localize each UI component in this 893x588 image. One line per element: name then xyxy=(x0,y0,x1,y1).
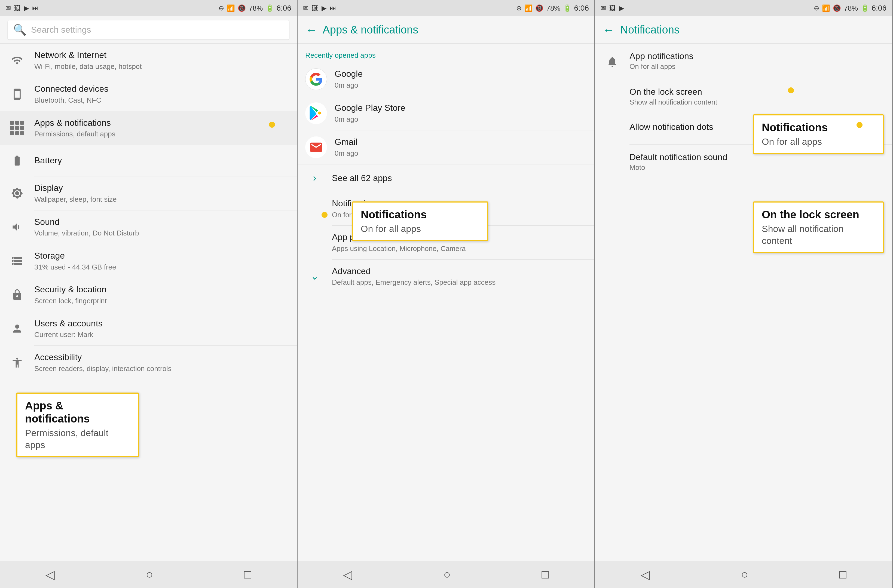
advanced-chevron-icon: ⌄ xyxy=(305,267,324,286)
notifications-toolbar: ← Notifications xyxy=(595,17,892,44)
signal-icon: 📵 xyxy=(238,5,246,12)
mail-icon-2: ✉ xyxy=(303,5,308,12)
volume-icon xyxy=(8,218,27,236)
dnd-icon-2: ⊖ xyxy=(516,5,522,12)
battery-percent-3: 78% xyxy=(844,4,858,12)
search-bar[interactable]: 🔍 Search settings xyxy=(8,20,289,39)
connected-devices-item[interactable]: Connected devices Bluetooth, Cast, NFC xyxy=(0,77,297,111)
recents-button-1[interactable]: □ xyxy=(233,563,262,585)
accessibility-icon xyxy=(8,353,27,372)
network-internet-item[interactable]: Network & Internet Wi-Fi, mobile, data u… xyxy=(0,44,297,77)
see-all-text: See all 62 apps xyxy=(332,173,392,183)
display-item[interactable]: Display Wallpaper, sleep, font size xyxy=(0,176,297,210)
users-item[interactable]: Users & accounts Current user: Mark xyxy=(0,312,297,346)
apps-notifications-item[interactable]: Apps & notifications Permissions, defaul… xyxy=(0,111,297,145)
screen3-callout-bottom: On the lock screen Show all notification… xyxy=(753,202,884,253)
users-subtitle: Current user: Mark xyxy=(34,330,289,340)
notifications-content: App notifications On for all apps On the… xyxy=(595,44,892,561)
apps-notifications-toolbar: ← Apps & notifications xyxy=(298,17,594,44)
battery-percent: 78% xyxy=(248,4,263,12)
search-placeholder: Search settings xyxy=(31,25,91,35)
home-button-3[interactable]: ○ xyxy=(730,563,759,585)
lock-screen-item[interactable]: On the lock screen Show all notification… xyxy=(595,79,892,114)
sound-subtitle: Volume, vibration, Do Not Disturb xyxy=(34,229,289,238)
google-app-time: 0m ago xyxy=(335,81,587,90)
screen3-callout-top: Notifications On for all apps xyxy=(753,114,884,154)
storage-item[interactable]: Storage 31% used - 44.34 GB free xyxy=(0,244,297,278)
callout1-subtitle: Permissions, default apps xyxy=(25,427,130,451)
home-button-1[interactable]: ○ xyxy=(135,563,164,585)
back-button-1[interactable]: ◁ xyxy=(35,563,66,586)
back-arrow-3[interactable]: ← xyxy=(603,23,615,37)
wifi-icon-2: 📶 xyxy=(525,5,532,12)
wifi-icon-3: 📶 xyxy=(822,5,830,12)
status-icons-right-2: ⊖ 📶 📵 78% 🔋 6:06 xyxy=(516,4,589,12)
recents-button-2[interactable]: □ xyxy=(531,563,560,585)
google-icon xyxy=(305,68,327,90)
connected-devices-subtitle: Bluetooth, Cast, NFC xyxy=(34,96,289,105)
callout3-bottom-title: On the lock screen xyxy=(762,208,875,221)
apps-icon xyxy=(8,119,27,137)
skip-icon: ⏭ xyxy=(32,5,39,12)
settings-list: Network & Internet Wi-Fi, mobile, data u… xyxy=(0,44,297,561)
see-all-apps-row[interactable]: › See all 62 apps xyxy=(298,164,594,192)
sound-item[interactable]: Sound Volume, vibration, Do Not Disturb xyxy=(0,211,297,244)
nav-bar-3: ◁ ○ □ xyxy=(595,561,892,588)
recently-opened-label: Recently opened apps xyxy=(298,44,594,62)
home-button-2[interactable]: ○ xyxy=(432,563,462,585)
status-time: 6:06 xyxy=(277,4,292,12)
apps-notifications-text: Apps & notifications Permissions, defaul… xyxy=(34,117,289,139)
status-time-3: 6:06 xyxy=(872,4,887,12)
signal-icon-3: 📵 xyxy=(833,5,841,12)
battery-item[interactable]: Battery xyxy=(0,145,297,176)
back-button-2[interactable]: ◁ xyxy=(332,563,363,586)
network-internet-subtitle: Wi-Fi, mobile, data usage, hotspot xyxy=(34,62,289,71)
nav-bar-1: ◁ ○ □ xyxy=(0,561,297,588)
screen1-callout: Apps & notifications Permissions, defaul… xyxy=(17,393,139,457)
bell-icon xyxy=(603,52,622,71)
app-notifications-text: App notifications On for all apps xyxy=(630,51,884,71)
advanced-title: Advanced xyxy=(332,266,587,277)
battery-percent-2: 78% xyxy=(546,4,560,12)
playstore-app-item[interactable]: Google Play Store 0m ago xyxy=(298,96,594,130)
lock-screen-text: On the lock screen Show all notification… xyxy=(630,87,884,107)
devices-icon xyxy=(8,85,27,104)
accessibility-subtitle: Screen readers, display, interaction con… xyxy=(34,364,289,373)
apps-notifications-subtitle: Permissions, default apps xyxy=(34,129,289,139)
display-title: Display xyxy=(34,182,289,194)
gmail-app-item[interactable]: Gmail 0m ago xyxy=(298,130,594,164)
advanced-item[interactable]: ⌄ Advanced Default apps, Emergency alert… xyxy=(298,260,594,293)
status-bar-3: ✉ 🖼 ▶ ⊖ 📶 📵 78% 🔋 6:06 xyxy=(595,0,892,17)
apps-notifications-page-title: Apps & notifications xyxy=(323,24,418,36)
status-bar-2: ✉ 🖼 ▶ ⏭ ⊖ 📶 📵 78% 🔋 6:06 xyxy=(298,0,594,17)
notification-sound-text: Default notification sound Moto xyxy=(630,152,884,172)
callout3-top-subtitle: On for all apps xyxy=(762,135,875,147)
app-notifications-item[interactable]: App notifications On for all apps xyxy=(595,44,892,79)
annotation-dot-3b xyxy=(857,122,863,128)
accessibility-item[interactable]: Accessibility Screen readers, display, i… xyxy=(0,346,297,379)
see-all-chevron-icon: › xyxy=(305,172,324,184)
sound-text: Sound Volume, vibration, Do Not Disturb xyxy=(34,217,289,238)
recents-button-3[interactable]: □ xyxy=(828,563,857,585)
app-permissions-subtitle: Apps using Location, Microphone, Camera xyxy=(332,244,587,253)
users-title: Users & accounts xyxy=(34,318,289,329)
security-item[interactable]: Security & location Screen lock, fingerp… xyxy=(0,278,297,311)
status-icons-left: ✉ 🖼 ▶ ⏭ xyxy=(6,5,39,12)
back-button-3[interactable]: ◁ xyxy=(630,563,661,586)
battery-title: Battery xyxy=(34,155,289,166)
lock-screen-subtitle: Show all notification content xyxy=(630,98,884,107)
storage-subtitle: 31% used - 44.34 GB free xyxy=(34,263,289,272)
image-icon-3: 🖼 xyxy=(609,5,616,12)
status-icons-left-3: ✉ 🖼 ▶ xyxy=(601,5,624,12)
battery-icon xyxy=(8,151,27,170)
image-icon: 🖼 xyxy=(14,5,21,12)
back-arrow-2[interactable]: ← xyxy=(305,23,317,37)
callout1-title: Apps & notifications xyxy=(25,399,130,425)
google-app-title: Google xyxy=(335,68,587,80)
app-notifications-subtitle: On for all apps xyxy=(630,62,884,71)
google-app-item[interactable]: Google 0m ago xyxy=(298,62,594,96)
google-app-text: Google 0m ago xyxy=(335,68,587,90)
gmail-app-text: Gmail 0m ago xyxy=(335,136,587,158)
advanced-subtitle: Default apps, Emergency alerts, Special … xyxy=(332,278,587,287)
gmail-app-title: Gmail xyxy=(335,136,587,148)
